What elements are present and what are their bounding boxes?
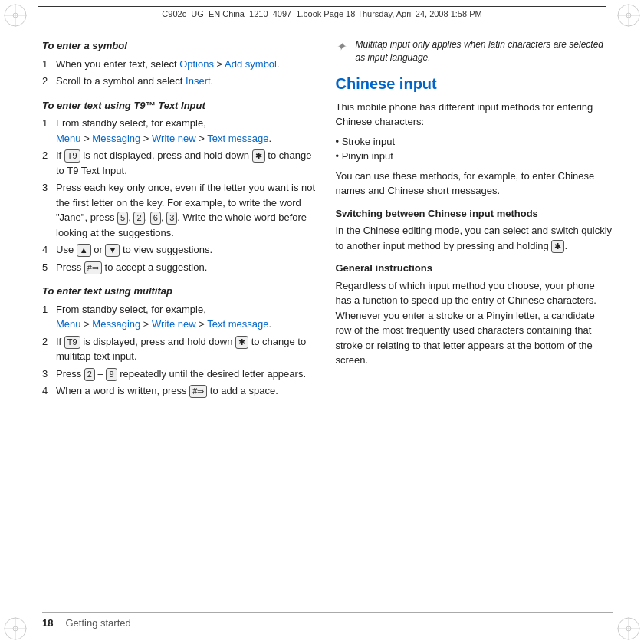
- menu-link-1: Menu: [56, 133, 81, 144]
- text-message-link-1: Text message: [207, 133, 268, 144]
- t9-steps: 1 From standby select, for example, Menu…: [42, 116, 320, 274]
- messaging-link-1: Messaging: [92, 133, 140, 144]
- topbar-text: C902c_UG_EN China_1210_4097_1.book Page …: [162, 9, 481, 18]
- section-enter-symbol: To enter a symbol 1 When you enter text,…: [42, 38, 320, 89]
- chinese-bullets: Stroke input Pinyin input: [336, 134, 614, 164]
- switching-heading: Switching between Chinese input methods: [336, 206, 614, 222]
- corner-mark-br: [613, 613, 644, 644]
- right-column: ✦ Multitap input only applies when latin…: [336, 38, 614, 590]
- multitap-step-1: 1 From standby select, for example, Menu…: [42, 302, 320, 332]
- note-text: Multitap input only applies when latin c…: [356, 38, 614, 64]
- page-number: 18: [42, 617, 53, 629]
- key-5: 5: [117, 212, 128, 225]
- up-key: ▲: [77, 244, 91, 257]
- write-new-link-2: Write new: [152, 318, 196, 330]
- star-key-3: ✱: [551, 240, 564, 253]
- section-multitap-title: To enter text using multitap: [42, 284, 320, 299]
- key-2: 2: [133, 212, 144, 225]
- section-symbol-title: To enter a symbol: [42, 38, 320, 54]
- corner-mark-bl: [0, 613, 31, 644]
- t9-step-2: 2 If T9 is not displayed, press and hold…: [42, 148, 320, 178]
- options-link: Options: [179, 58, 214, 70]
- chinese-input-heading: Chinese input: [336, 72, 614, 95]
- star-key-2: ✱: [235, 336, 248, 349]
- messaging-link-2: Messaging: [92, 318, 140, 330]
- t9-key-display-2: T9: [64, 336, 80, 349]
- key-9: 9: [106, 368, 117, 381]
- symbol-steps: 1 When you enter text, select Options > …: [42, 57, 320, 89]
- symbol-step-1: 1 When you enter text, select Options > …: [42, 57, 320, 72]
- key-6: 6: [150, 212, 161, 225]
- star-key-1: ✱: [252, 150, 265, 163]
- chinese-intro: This mobile phone has different input me…: [336, 100, 614, 130]
- insert-link: Insert: [186, 75, 211, 87]
- top-bar: C902c_UG_EN China_1210_4097_1.book Page …: [38, 6, 606, 21]
- key-2b: 2: [84, 368, 95, 381]
- hash-key-1: #⇒: [84, 261, 102, 274]
- note-icon: ✦: [336, 38, 350, 64]
- footer: 18 Getting started: [42, 612, 613, 629]
- section-t9: To enter text using T9™ Text Input 1 Fro…: [42, 98, 320, 275]
- multitap-steps: 1 From standby select, for example, Menu…: [42, 302, 320, 399]
- multitap-step-3: 3 Press 2 – 9 repeatedly until the desir…: [42, 366, 320, 382]
- main-content: To enter a symbol 1 When you enter text,…: [42, 38, 613, 590]
- t9-step-3: 3 Press each key only once, even if the …: [42, 180, 320, 240]
- bullet-pinyin: Pinyin input: [336, 149, 614, 164]
- symbol-step-2: 2 Scroll to a symbol and select Insert.: [42, 74, 320, 89]
- general-heading: General instructions: [336, 261, 614, 276]
- left-column: To enter a symbol 1 When you enter text,…: [42, 38, 320, 590]
- footer-section: Getting started: [65, 617, 130, 629]
- write-new-link-1: Write new: [152, 133, 196, 144]
- key-3: 3: [166, 212, 177, 225]
- t9-step-1: 1 From standby select, for example, Menu…: [42, 116, 320, 146]
- bullet-stroke: Stroke input: [336, 134, 614, 150]
- section-multitap: To enter text using multitap 1 From stan…: [42, 284, 320, 399]
- hash-key-2: #⇒: [189, 385, 207, 398]
- chinese-extra-text: You can use these methods, for example, …: [336, 169, 614, 199]
- corner-mark-tl: [0, 0, 31, 31]
- multitap-step-2: 2 If T9 is displayed, press and hold dow…: [42, 334, 320, 364]
- t9-step-5: 5 Press #⇒ to accept a suggestion.: [42, 260, 320, 275]
- down-key: ▼: [105, 244, 120, 257]
- menu-link-2: Menu: [56, 318, 81, 330]
- note-box: ✦ Multitap input only applies when latin…: [336, 38, 614, 64]
- t9-key-display: T9: [64, 150, 80, 163]
- text-message-link-2: Text message: [207, 318, 268, 330]
- section-t9-title: To enter text using T9™ Text Input: [42, 98, 320, 113]
- t9-step-4: 4 Use ▲ or ▼ to view suggestions.: [42, 242, 320, 258]
- switching-text: In the Chinese editing mode, you can sel…: [336, 223, 614, 253]
- multitap-step-4: 4 When a word is written, press #⇒ to ad…: [42, 383, 320, 399]
- add-symbol-link: Add symbol: [225, 58, 277, 70]
- general-text: Regardless of which input method you cho…: [336, 278, 614, 368]
- corner-mark-tr: [613, 0, 644, 31]
